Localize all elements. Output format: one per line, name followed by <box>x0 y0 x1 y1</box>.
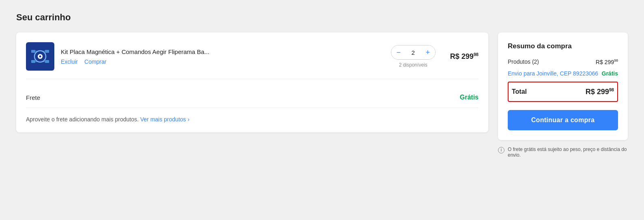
info-icon: i <box>498 147 504 153</box>
summary-card: Resumo da compra Produtos (2) R$ 29998 E… <box>498 32 628 140</box>
total-label: Total <box>512 88 527 95</box>
svg-rect-5 <box>45 50 49 53</box>
page-title: Seu carrinho <box>16 12 628 23</box>
ver-mais-produtos-link[interactable]: Ver mais produtos › <box>140 116 189 123</box>
svg-rect-4 <box>31 50 35 53</box>
quantity-available: 2 disponíveis <box>399 62 427 68</box>
svg-rect-7 <box>45 60 49 63</box>
summary-section: Resumo da compra Produtos (2) R$ 29998 E… <box>498 32 628 158</box>
produtos-value: R$ 29998 <box>596 58 618 65</box>
summary-title: Resumo da compra <box>508 42 618 50</box>
summary-produtos-row: Produtos (2) R$ 29998 <box>508 58 618 65</box>
quantity-increase-button[interactable]: + <box>421 45 435 60</box>
product-info: Kit Placa Magnética + Comandos Aegir Fli… <box>61 48 384 65</box>
comprar-link[interactable]: Comprar <box>84 58 106 65</box>
produtos-label: Produtos (2) <box>508 58 539 65</box>
quantity-section: − 2 + 2 disponíveis <box>391 45 436 68</box>
frete-row: Frete Grátis <box>26 87 479 108</box>
cart-section: Kit Placa Magnética + Comandos Aegir Fli… <box>16 32 488 132</box>
quantity-decrease-button[interactable]: − <box>391 45 406 60</box>
total-row: Total R$ 29998 <box>508 82 618 102</box>
frete-value: Grátis <box>460 94 479 101</box>
quantity-control: − 2 + <box>391 45 436 60</box>
product-actions: Excluir Comprar <box>61 58 384 65</box>
product-image <box>26 42 54 71</box>
frete-label: Frete <box>26 94 40 101</box>
cart-item: Kit Placa Magnética + Comandos Aegir Fli… <box>26 42 479 79</box>
total-value: R$ 29998 <box>586 87 614 96</box>
summary-shipping-row: Envio para Joinville, CEP 89223066 Gráti… <box>508 70 618 77</box>
disclaimer-text: O frete grátis está sujeito ao peso, pre… <box>508 147 628 158</box>
main-layout: Kit Placa Magnética + Comandos Aegir Fli… <box>16 32 628 158</box>
promo-text: Aproveite o frete adicionando mais produ… <box>26 108 479 123</box>
excluir-link[interactable]: Excluir <box>61 58 78 65</box>
price-cents: 98 <box>474 52 479 57</box>
product-price: R$ 29998 <box>450 52 479 61</box>
price-label: R$ 299 <box>450 52 474 60</box>
checkout-button[interactable]: Continuar a compra <box>508 110 618 130</box>
disclaimer: i O frete grátis está sujeito ao peso, p… <box>498 147 628 158</box>
shipping-value: Grátis <box>602 70 618 77</box>
product-name: Kit Placa Magnética + Comandos Aegir Fli… <box>61 48 384 55</box>
quantity-value: 2 <box>406 49 421 56</box>
svg-rect-6 <box>31 60 35 63</box>
shipping-link[interactable]: Envio para Joinville, CEP 89223066 <box>508 70 598 77</box>
promo-description: Aproveite o frete adicionando mais produ… <box>26 116 139 123</box>
svg-point-3 <box>39 56 41 58</box>
